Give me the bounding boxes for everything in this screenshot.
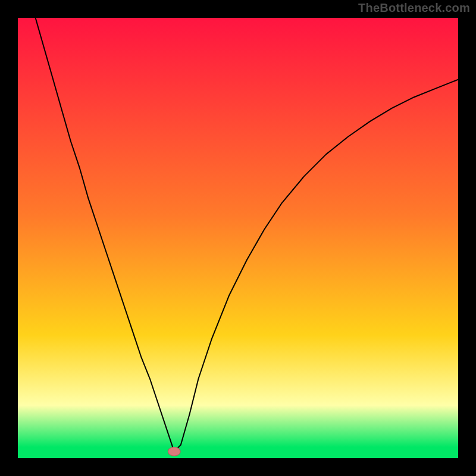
optimal-point-marker xyxy=(168,447,180,456)
chart-frame: TheBottleneck.com xyxy=(0,0,476,476)
plot-area xyxy=(18,18,458,458)
watermark-text: TheBottleneck.com xyxy=(358,1,470,15)
bottleneck-chart xyxy=(18,18,458,458)
gradient-background xyxy=(18,18,458,458)
